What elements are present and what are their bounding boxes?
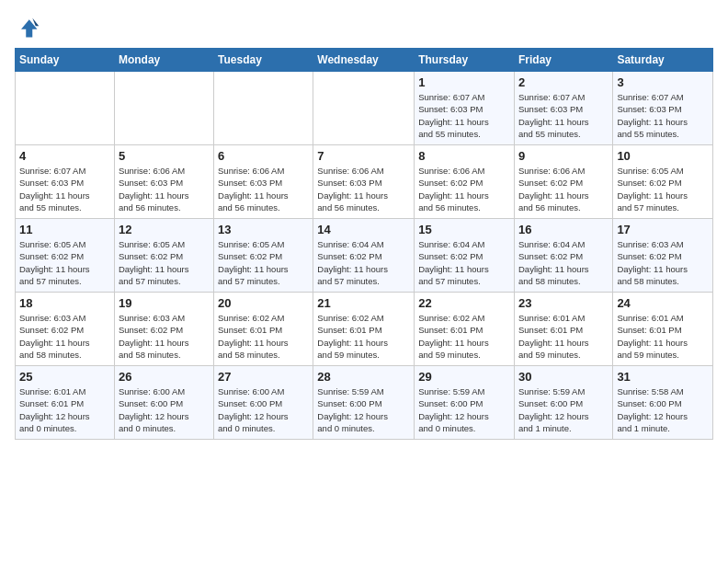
calendar-cell: 12Sunrise: 6:05 AM Sunset: 6:02 PM Dayli… [114,219,213,293]
calendar-cell: 22Sunrise: 6:02 AM Sunset: 6:01 PM Dayli… [415,293,515,366]
day-info: Sunrise: 6:04 AM Sunset: 6:02 PM Dayligh… [317,238,410,287]
calendar-cell: 16Sunrise: 6:04 AM Sunset: 6:02 PM Dayli… [514,219,612,293]
calendar-cell: 4Sunrise: 6:07 AM Sunset: 6:03 PM Daylig… [16,145,115,219]
day-number: 27 [218,370,309,384]
day-number: 4 [19,149,110,163]
logo [15,15,44,40]
day-info: Sunrise: 6:00 AM Sunset: 6:00 PM Dayligh… [119,385,210,434]
calendar-cell: 23Sunrise: 6:01 AM Sunset: 6:01 PM Dayli… [514,293,612,366]
calendar-cell: 31Sunrise: 5:58 AM Sunset: 6:00 PM Dayli… [613,366,713,440]
day-info: Sunrise: 6:05 AM Sunset: 6:02 PM Dayligh… [218,238,309,287]
day-number: 21 [317,296,410,310]
day-info: Sunrise: 6:01 AM Sunset: 6:01 PM Dayligh… [617,312,709,361]
day-number: 30 [518,370,609,384]
day-info: Sunrise: 5:58 AM Sunset: 6:00 PM Dayligh… [617,385,709,434]
calendar-cell: 15Sunrise: 6:04 AM Sunset: 6:02 PM Dayli… [415,219,515,293]
day-info: Sunrise: 6:06 AM Sunset: 6:03 PM Dayligh… [317,165,410,213]
calendar-cell: 3Sunrise: 6:07 AM Sunset: 6:03 PM Daylig… [613,72,713,145]
day-info: Sunrise: 6:05 AM Sunset: 6:02 PM Dayligh… [617,165,709,213]
day-number: 17 [617,223,709,236]
calendar-cell [114,72,213,145]
day-info: Sunrise: 5:59 AM Sunset: 6:00 PM Dayligh… [317,385,410,434]
weekday-header-saturday: Saturday [613,49,713,72]
calendar-cell: 10Sunrise: 6:05 AM Sunset: 6:02 PM Dayli… [613,145,713,219]
day-number: 31 [617,370,709,384]
calendar-cell: 11Sunrise: 6:05 AM Sunset: 6:02 PM Dayli… [16,219,115,293]
day-number: 8 [418,149,510,163]
day-number: 7 [317,149,410,163]
day-number: 23 [518,296,609,310]
day-info: Sunrise: 6:06 AM Sunset: 6:03 PM Dayligh… [119,165,210,213]
day-number: 22 [418,296,510,310]
calendar-cell: 27Sunrise: 6:00 AM Sunset: 6:00 PM Dayli… [214,366,313,440]
day-info: Sunrise: 6:02 AM Sunset: 6:01 PM Dayligh… [418,312,510,361]
day-number: 10 [617,149,709,163]
day-info: Sunrise: 6:05 AM Sunset: 6:02 PM Dayligh… [19,238,110,287]
calendar-cell: 29Sunrise: 5:59 AM Sunset: 6:00 PM Dayli… [415,366,515,440]
day-number: 13 [218,223,309,236]
calendar-week-row: 1Sunrise: 6:07 AM Sunset: 6:03 PM Daylig… [16,72,713,145]
day-number: 20 [218,296,309,310]
day-number: 26 [119,370,210,384]
day-info: Sunrise: 6:05 AM Sunset: 6:02 PM Dayligh… [119,238,210,287]
calendar-cell: 1Sunrise: 6:07 AM Sunset: 6:03 PM Daylig… [415,72,515,145]
weekday-header-wednesday: Wednesday [313,49,415,72]
day-number: 16 [518,223,609,236]
day-number: 6 [218,149,309,163]
day-info: Sunrise: 6:01 AM Sunset: 6:01 PM Dayligh… [518,312,609,361]
day-info: Sunrise: 6:04 AM Sunset: 6:02 PM Dayligh… [518,238,609,287]
weekday-header-row: SundayMondayTuesdayWednesdayThursdayFrid… [16,49,713,72]
day-info: Sunrise: 5:59 AM Sunset: 6:00 PM Dayligh… [418,385,510,434]
calendar-cell: 20Sunrise: 6:02 AM Sunset: 6:01 PM Dayli… [214,293,313,366]
day-number: 18 [19,296,110,310]
calendar-cell: 25Sunrise: 6:01 AM Sunset: 6:01 PM Dayli… [16,366,115,440]
calendar-week-row: 25Sunrise: 6:01 AM Sunset: 6:01 PM Dayli… [16,366,713,440]
calendar-cell: 28Sunrise: 5:59 AM Sunset: 6:00 PM Dayli… [313,366,415,440]
day-number: 14 [317,223,410,236]
calendar-cell: 7Sunrise: 6:06 AM Sunset: 6:03 PM Daylig… [313,145,415,219]
calendar-week-row: 11Sunrise: 6:05 AM Sunset: 6:02 PM Dayli… [16,219,713,293]
calendar-cell: 2Sunrise: 6:07 AM Sunset: 6:03 PM Daylig… [514,72,612,145]
calendar-cell: 17Sunrise: 6:03 AM Sunset: 6:02 PM Dayli… [613,219,713,293]
calendar-cell [16,72,115,145]
calendar-cell: 18Sunrise: 6:03 AM Sunset: 6:02 PM Dayli… [16,293,115,366]
day-number: 12 [119,223,210,236]
day-info: Sunrise: 6:06 AM Sunset: 6:02 PM Dayligh… [518,165,609,213]
logo-icon [15,15,40,40]
day-info: Sunrise: 6:04 AM Sunset: 6:02 PM Dayligh… [418,238,510,287]
day-info: Sunrise: 6:01 AM Sunset: 6:01 PM Dayligh… [19,385,110,434]
calendar-cell: 21Sunrise: 6:02 AM Sunset: 6:01 PM Dayli… [313,293,415,366]
day-info: Sunrise: 6:03 AM Sunset: 6:02 PM Dayligh… [19,312,110,361]
day-info: Sunrise: 6:02 AM Sunset: 6:01 PM Dayligh… [218,312,309,361]
calendar-cell [313,72,415,145]
day-number: 9 [518,149,609,163]
calendar-cell: 24Sunrise: 6:01 AM Sunset: 6:01 PM Dayli… [613,293,713,366]
header-area [15,15,713,40]
day-number: 15 [418,223,510,236]
day-info: Sunrise: 6:06 AM Sunset: 6:03 PM Dayligh… [218,165,309,213]
day-info: Sunrise: 6:03 AM Sunset: 6:02 PM Dayligh… [617,238,709,287]
weekday-header-tuesday: Tuesday [214,49,313,72]
calendar-cell: 26Sunrise: 6:00 AM Sunset: 6:00 PM Dayli… [114,366,213,440]
day-info: Sunrise: 6:03 AM Sunset: 6:02 PM Dayligh… [119,312,210,361]
day-info: Sunrise: 6:06 AM Sunset: 6:02 PM Dayligh… [418,165,510,213]
day-number: 25 [19,370,110,384]
day-info: Sunrise: 6:07 AM Sunset: 6:03 PM Dayligh… [19,165,110,213]
day-number: 5 [119,149,210,163]
weekday-header-friday: Friday [514,49,612,72]
calendar-week-row: 4Sunrise: 6:07 AM Sunset: 6:03 PM Daylig… [16,145,713,219]
calendar-cell [214,72,313,145]
day-number: 29 [418,370,510,384]
calendar-cell: 6Sunrise: 6:06 AM Sunset: 6:03 PM Daylig… [214,145,313,219]
calendar-cell: 9Sunrise: 6:06 AM Sunset: 6:02 PM Daylig… [514,145,612,219]
weekday-header-thursday: Thursday [415,49,515,72]
calendar-cell: 19Sunrise: 6:03 AM Sunset: 6:02 PM Dayli… [114,293,213,366]
calendar-cell: 14Sunrise: 6:04 AM Sunset: 6:02 PM Dayli… [313,219,415,293]
day-number: 2 [518,75,609,89]
day-info: Sunrise: 6:07 AM Sunset: 6:03 PM Dayligh… [518,91,609,140]
day-info: Sunrise: 6:07 AM Sunset: 6:03 PM Dayligh… [617,91,709,140]
day-number: 19 [119,296,210,310]
weekday-header-sunday: Sunday [16,49,115,72]
day-info: Sunrise: 6:00 AM Sunset: 6:00 PM Dayligh… [218,385,309,434]
day-number: 3 [617,75,709,89]
